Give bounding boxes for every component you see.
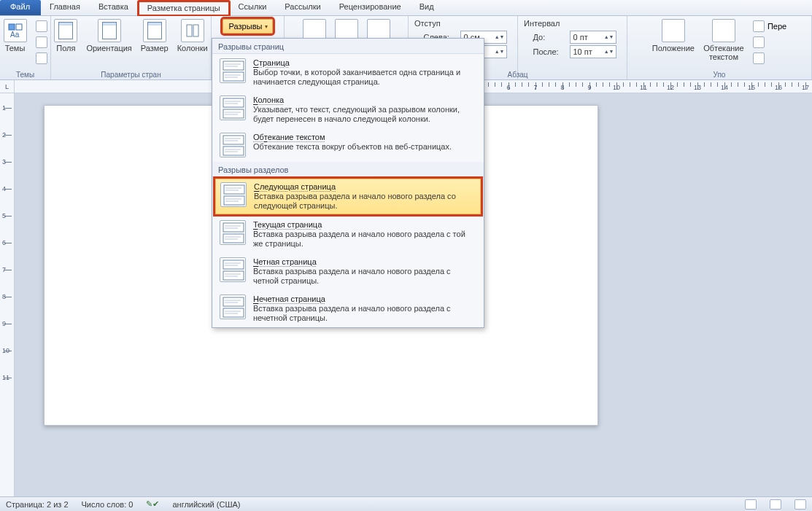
- ruler-h-number: 9: [587, 84, 591, 91]
- tab-home[interactable]: Главная: [41, 0, 90, 15]
- spinner-arrows-icon[interactable]: ▲▼: [495, 50, 505, 54]
- wrap-text-button[interactable]: Обтекание текстом: [700, 17, 747, 63]
- gallery-item-title: Колонка: [253, 95, 476, 104]
- themes-button[interactable]: Aa Темы: [1, 17, 30, 54]
- spacing-after-value: 10 пт: [573, 47, 592, 56]
- ruler-h-number: 6: [506, 84, 510, 91]
- proofing-icon[interactable]: ✎✔: [146, 499, 159, 509]
- svg-rect-29: [223, 223, 244, 232]
- bring-forward-button[interactable]: Пере: [750, 19, 789, 34]
- svg-rect-23: [224, 185, 244, 194]
- gallery-item-section-3[interactable]: Нечетная страницаВставка разрыва раздела…: [212, 290, 484, 327]
- bring-forward-icon: [753, 20, 765, 32]
- ruler-h-number: 8: [560, 84, 564, 91]
- ruler-v-number: 10: [2, 347, 9, 354]
- gallery-item-page-0[interactable]: СтраницаВыбор точки, в которой заканчива…: [212, 54, 484, 91]
- group-page-setup: Поля Ориентация Размер Колонки Параметры…: [51, 16, 212, 79]
- columns-label: Колонки: [177, 44, 208, 52]
- ruler-v-number: 4: [2, 185, 6, 192]
- svg-rect-12: [223, 109, 244, 118]
- gallery-header-section-breaks: Разрывы разделов: [212, 162, 484, 177]
- orientation-button[interactable]: Ориентация: [83, 17, 134, 54]
- gallery-item-title: Следующая страница: [254, 182, 476, 191]
- ruler-h-number: 17: [802, 84, 809, 91]
- svg-rect-30: [223, 234, 244, 243]
- tab-mailings[interactable]: Рассылки: [276, 0, 330, 15]
- ruler-v-number: 9: [2, 320, 6, 327]
- svg-rect-35: [223, 260, 244, 269]
- status-word-count[interactable]: Число слов: 0: [82, 500, 134, 509]
- wrap-text-icon: [712, 19, 735, 42]
- tab-view[interactable]: Вид: [411, 0, 444, 15]
- ruler-h-number: 13: [694, 84, 701, 91]
- ruler-v-number: 6: [2, 239, 6, 246]
- gallery-item-section-2[interactable]: Четная страницаВставка разрыва раздела и…: [212, 253, 484, 290]
- svg-rect-24: [224, 196, 244, 205]
- view-print-layout-button[interactable]: [745, 499, 757, 510]
- size-label: Размер: [141, 44, 169, 52]
- gallery-item-icon: [220, 220, 246, 245]
- themes-label: Темы: [5, 44, 26, 52]
- breaks-button[interactable]: Разрывы ▾: [223, 19, 274, 34]
- vertical-ruler[interactable]: 1234567891011: [0, 93, 15, 496]
- group-themes-label: Темы: [0, 71, 50, 79]
- ruler-h-number: 12: [667, 84, 674, 91]
- margins-button[interactable]: Поля: [51, 17, 80, 54]
- truncated-label: Пере: [767, 22, 786, 31]
- spacing-before-value: 0 пт: [573, 33, 588, 42]
- view-web-button[interactable]: [794, 499, 806, 510]
- spinner-arrows-icon[interactable]: ▲▼: [495, 35, 505, 39]
- status-language[interactable]: английский (США): [172, 500, 240, 509]
- themes-icon: Aa: [4, 19, 27, 42]
- gallery-item-icon: [220, 257, 246, 282]
- gallery-item-section-0[interactable]: Следующая страницаВставка разрыва раздел…: [215, 179, 481, 214]
- svg-rect-41: [223, 297, 244, 306]
- selection-pane-icon: [753, 52, 765, 64]
- svg-rect-11: [223, 98, 244, 107]
- tab-page-layout[interactable]: Разметка страницы: [138, 1, 230, 16]
- columns-icon: [181, 19, 204, 42]
- size-button[interactable]: Размер: [138, 17, 171, 54]
- group-spacing: Интервал До: 0 пт ▲▼ После: 10 пт ▲▼ Абз…: [518, 16, 627, 79]
- gallery-item-desc: Вставка разрыва раздела и начало нового …: [253, 267, 476, 286]
- position-button[interactable]: Положение: [649, 17, 697, 54]
- tab-file[interactable]: Файл: [0, 0, 41, 15]
- theme-fonts-button[interactable]: [33, 35, 50, 50]
- spinner-arrows-icon[interactable]: ▲▼: [604, 50, 614, 54]
- columns-button[interactable]: Колонки: [174, 17, 211, 54]
- send-backward-button[interactable]: [750, 35, 789, 50]
- ruler-corner: L: [0, 80, 15, 93]
- ruler-h-number: 7: [533, 84, 537, 91]
- ruler-h-number: 16: [775, 84, 782, 91]
- group-arrange: Положение Обтекание текстом Пере Упо: [627, 16, 812, 79]
- spacing-after-input[interactable]: 10 пт ▲▼: [570, 45, 616, 58]
- ruler-v-number: 1: [2, 104, 6, 112]
- tab-insert[interactable]: Вставка: [90, 0, 138, 15]
- gallery-item-page-1[interactable]: КолонкаУказывает, что текст, следующий з…: [212, 91, 484, 128]
- svg-rect-36: [223, 271, 244, 280]
- gallery-item-title: Обтекание текстом: [253, 133, 476, 141]
- spinner-arrows-icon[interactable]: ▲▼: [604, 35, 614, 39]
- gallery-item-page-2[interactable]: Обтекание текстомОбтекание текста вокруг…: [212, 128, 484, 162]
- ruler-h-number: 15: [748, 84, 755, 91]
- gallery-item-icon: [220, 95, 246, 120]
- breaks-label: Разрывы: [229, 22, 263, 31]
- gallery-item-section-1[interactable]: Текущая страницаВставка разрыва раздела …: [212, 216, 484, 253]
- tab-references[interactable]: Ссылки: [230, 0, 277, 15]
- spacing-before-input[interactable]: 0 пт ▲▼: [570, 31, 616, 44]
- group-arrange-label: Упо: [627, 71, 811, 79]
- status-page[interactable]: Страница: 2 из 2: [6, 500, 69, 509]
- orientation-label: Ориентация: [86, 44, 131, 52]
- tab-review[interactable]: Рецензирование: [330, 0, 411, 15]
- gallery-item-title: Нечетная страница: [253, 294, 476, 303]
- selection-pane-button[interactable]: [750, 51, 789, 66]
- svg-rect-17: [223, 136, 244, 144]
- theme-effects-button[interactable]: [33, 51, 50, 66]
- gallery-item-desc: Вставка разрыва раздела и начало нового …: [253, 230, 476, 249]
- gallery-item-title: Страница: [253, 58, 476, 67]
- view-fullscreen-button[interactable]: [770, 499, 781, 510]
- theme-colors-button[interactable]: [33, 19, 50, 34]
- wrap-text-label: Обтекание текстом: [703, 44, 744, 61]
- margins-icon: [54, 19, 77, 42]
- fonts-icon: [36, 36, 47, 48]
